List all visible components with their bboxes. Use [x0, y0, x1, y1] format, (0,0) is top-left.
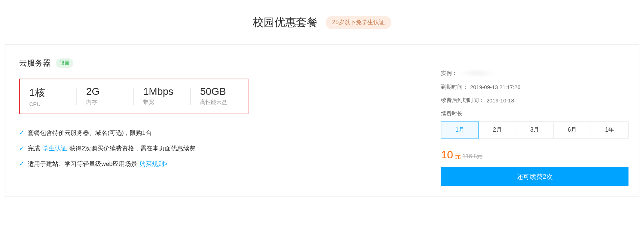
spec-cpu: 1核 CPU [20, 86, 77, 107]
check-icon: ✓ [19, 129, 24, 137]
spec-memory: 2G 内存 [77, 86, 134, 107]
after-renew-label: 续费后到期时间： [441, 97, 484, 104]
check-icon: ✓ [19, 160, 24, 168]
student-auth-link[interactable]: 学生认证 [43, 145, 67, 152]
spec-label: 内存 [86, 99, 124, 106]
duration-option-2m[interactable]: 2月 [478, 122, 516, 138]
spec-label: CPU [29, 101, 67, 107]
duration-option-1y[interactable]: 1年 [591, 122, 628, 138]
spec-value: 50GB [200, 86, 238, 97]
product-header: 云服务器 限量 [19, 58, 423, 69]
page-header: 校园优惠套餐 25岁以下免学生认证 [0, 0, 644, 41]
expire-line: 到期时间： 2019-09-13 21:17:26 [441, 84, 628, 91]
spec-label: 带宽 [143, 99, 181, 106]
feature-item: ✓ 适用于建站、学习等轻量级web应用场景 购买规则> [19, 160, 423, 168]
expire-value: 2019-09-13 21:17:26 [470, 84, 520, 90]
duration-option-6m[interactable]: 6月 [553, 122, 591, 138]
check-icon: ✓ [19, 145, 24, 152]
card-left: 云服务器 限量 1核 CPU 2G 内存 1Mbps 带宽 50GB 高性能云盘 [5, 45, 437, 196]
feature-text: 套餐包含特价云服务器、域名(可选)，限购1台 [28, 129, 152, 137]
spec-value: 2G [86, 86, 124, 97]
product-name: 云服务器 [19, 58, 51, 69]
duration-label: 续费时长 [441, 110, 628, 117]
product-card: 云服务器 限量 1核 CPU 2G 内存 1Mbps 带宽 50GB 高性能云盘 [5, 44, 639, 197]
duration-option-3m[interactable]: 3月 [516, 122, 554, 138]
price-unit: 元 [455, 153, 461, 160]
renew-button[interactable]: 还可续费2次 [441, 167, 628, 186]
spec-disk: 50GB 高性能云盘 [191, 86, 248, 107]
spec-value: 1核 [29, 86, 67, 100]
duration-option-1m[interactable]: 1月 [441, 122, 479, 138]
spec-value: 1Mbps [143, 86, 181, 97]
feature-list: ✓ 套餐包含特价云服务器、域名(可选)，限购1台 ✓ 完成 学生认证 获得2次购… [19, 129, 423, 168]
feature-item: ✓ 套餐包含特价云服务器、域名(可选)，限购1台 [19, 129, 423, 137]
expire-label: 到期时间： [441, 84, 468, 91]
limited-badge: 限量 [56, 58, 73, 68]
card-right: 实例： 到期时间： 2019-09-13 21:17:26 续费后到期时间： 2… [437, 45, 639, 196]
instance-value-masked [459, 69, 495, 77]
price-original: 116.5元 [462, 153, 482, 160]
price-number: 10 [441, 149, 453, 161]
after-renew-value: 2019-10-13 [486, 97, 514, 103]
instance-line: 实例： [441, 69, 628, 77]
spec-label: 高性能云盘 [200, 99, 238, 106]
purchase-rules-link[interactable]: 购买规则> [140, 160, 168, 167]
feature-text: 适用于建站、学习等轻量级web应用场景 购买规则> [28, 160, 168, 168]
spec-bandwidth: 1Mbps 带宽 [134, 86, 191, 107]
after-renew-line: 续费后到期时间： 2019-10-13 [441, 97, 628, 104]
instance-label: 实例： [441, 70, 457, 77]
page-title: 校园优惠套餐 [253, 15, 318, 30]
duration-options: 1月 2月 3月 6月 1年 [441, 122, 628, 138]
feature-item: ✓ 完成 学生认证 获得2次购买价续费资格，需在本页面优惠续费 [19, 144, 423, 153]
feature-text: 完成 学生认证 获得2次购买价续费资格，需在本页面优惠续费 [28, 144, 195, 153]
age-badge: 25岁以下免学生认证 [326, 16, 391, 29]
spec-box: 1核 CPU 2G 内存 1Mbps 带宽 50GB 高性能云盘 [19, 79, 248, 114]
price-row: 10 元 116.5元 [441, 149, 628, 161]
